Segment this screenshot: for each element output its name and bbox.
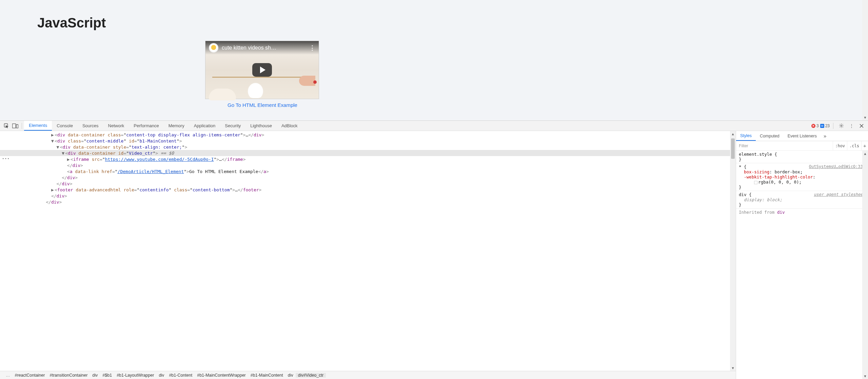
- scroll-down-icon[interactable]: ▼: [862, 115, 868, 120]
- breadcrumb-item-selected[interactable]: div#Video_ctr: [296, 373, 326, 378]
- styles-body[interactable]: element.style { } OutSystemsU…odSWicQ:33…: [736, 151, 868, 379]
- breadcrumb: … #reactContainer #transitionContainer d…: [0, 371, 736, 379]
- video-title[interactable]: cute kitten videos sh…: [222, 45, 306, 51]
- dom-node[interactable]: ▶<footer data-advancedhtml role="content…: [0, 187, 736, 193]
- close-icon[interactable]: [857, 121, 866, 130]
- breadcrumb-item[interactable]: #b1-MainContent: [248, 373, 285, 378]
- dom-node[interactable]: </div>: [0, 181, 736, 187]
- breadcrumb-item[interactable]: #b1-LayoutWrapper: [114, 373, 156, 378]
- tab-computed[interactable]: Computed: [756, 131, 784, 141]
- scrollbar-thumb[interactable]: [731, 138, 735, 159]
- divider: [833, 123, 833, 129]
- value[interactable]: rgba(0, 0, 0, 0): [758, 179, 799, 185]
- add-rule-button[interactable]: +: [861, 141, 868, 150]
- message-count[interactable]: ✉ 23: [820, 124, 830, 128]
- rule-source[interactable]: OutSystemsU…odSWicQ:332: [809, 164, 865, 169]
- devtools-tab-bar: Elements Console Sources Network Perform…: [0, 121, 868, 131]
- decorative-shape: [313, 80, 317, 84]
- tab-sources[interactable]: Sources: [78, 121, 103, 131]
- error-count[interactable]: ✕ 3: [811, 124, 819, 128]
- styles-filter-row: :hov .cls +: [736, 141, 868, 151]
- avatar[interactable]: [209, 43, 218, 53]
- dom-node[interactable]: </div>: [0, 199, 736, 205]
- dom-node[interactable]: ▶<div data-container class="content-top …: [0, 132, 736, 138]
- demo-link[interactable]: Go To HTML Element Example: [228, 102, 297, 108]
- tab-adblock[interactable]: AdBlock: [277, 121, 302, 131]
- color-swatch[interactable]: [754, 181, 757, 184]
- value[interactable]: border-box: [774, 169, 800, 174]
- tab-event-listeners[interactable]: Event Listeners: [784, 131, 821, 141]
- svg-rect-2: [16, 125, 18, 128]
- dom-tree[interactable]: ••• ▶<div data-container class="content-…: [0, 131, 736, 371]
- overflow-indicator[interactable]: •••: [2, 156, 10, 161]
- style-rule[interactable]: OutSystemsU…odSWicQ:332 * { box-sizing: …: [736, 163, 868, 191]
- selector: div {: [739, 192, 752, 197]
- scroll-down-icon[interactable]: ▼: [730, 365, 736, 371]
- hov-toggle[interactable]: :hov: [833, 141, 847, 150]
- play-button[interactable]: [252, 63, 272, 77]
- scroll-down-icon[interactable]: ▼: [862, 373, 868, 379]
- decorative-shape: [246, 81, 265, 98]
- video-embed[interactable]: cute kitten videos sh… ⋮: [205, 41, 319, 99]
- property[interactable]: box-sizing: [744, 169, 769, 174]
- breadcrumb-item[interactable]: div: [90, 373, 100, 378]
- tab-application[interactable]: Application: [189, 121, 220, 131]
- scroll-up-icon[interactable]: ▲: [862, 151, 868, 156]
- dom-node[interactable]: <a data-link href="/DemoArticle/HTML_Ele…: [0, 168, 736, 174]
- dom-node[interactable]: ▶<iframe src="https://www.youtube.com/em…: [0, 156, 736, 162]
- style-rule[interactable]: user agent stylesheet div { display: blo…: [736, 191, 868, 209]
- breadcrumb-overflow[interactable]: …: [3, 373, 13, 378]
- page-scrollbar[interactable]: ▼: [862, 0, 868, 120]
- scroll-up-icon[interactable]: ▲: [730, 131, 736, 137]
- more-tabs-icon[interactable]: »: [821, 133, 829, 139]
- rule-source: user agent stylesheet: [814, 192, 865, 197]
- tab-security[interactable]: Security: [220, 121, 245, 131]
- dom-node[interactable]: ▼<div data-container style="text-align: …: [0, 144, 736, 150]
- tab-network[interactable]: Network: [103, 121, 129, 131]
- property[interactable]: display: [744, 197, 762, 202]
- page-title: JavaScript: [37, 15, 106, 31]
- breadcrumb-item[interactable]: #b1-MainContentWrapper: [195, 373, 248, 378]
- device-toolbar-icon[interactable]: [11, 121, 20, 130]
- dom-node[interactable]: ▼<div class="content-middle" id="b1-Main…: [0, 138, 736, 144]
- tab-styles[interactable]: Styles: [736, 131, 756, 141]
- error-icon: ✕: [811, 124, 815, 128]
- breadcrumb-item[interactable]: #b1-Content: [166, 373, 195, 378]
- play-icon: [260, 67, 265, 73]
- tab-lighthouse[interactable]: Lighthouse: [245, 121, 277, 131]
- tab-console[interactable]: Console: [52, 121, 78, 131]
- inherited-from[interactable]: Inherited from div: [736, 209, 868, 216]
- selector: element.style {: [739, 152, 777, 157]
- dom-node[interactable]: </div>: [0, 162, 736, 168]
- value[interactable]: block: [767, 197, 780, 202]
- styles-scrollbar[interactable]: ▲ ▼: [862, 151, 868, 379]
- breadcrumb-item[interactable]: #reactContainer: [13, 373, 47, 378]
- cls-toggle[interactable]: .cls: [847, 141, 861, 150]
- dom-node-selected[interactable]: ▼<div data-container id="Video_ctr"> == …: [0, 150, 736, 156]
- tab-memory[interactable]: Memory: [164, 121, 189, 131]
- property[interactable]: -webkit-tap-highlight-color: [744, 174, 813, 179]
- tab-elements[interactable]: Elements: [24, 121, 52, 131]
- dom-node[interactable]: </div>: [0, 193, 736, 199]
- style-rule[interactable]: element.style { }: [736, 151, 868, 163]
- video-thumbnail: cute kitten videos sh… ⋮: [205, 41, 319, 99]
- breadcrumb-item[interactable]: #transitionContainer: [47, 373, 90, 378]
- breadcrumb-item[interactable]: #$b1: [100, 373, 114, 378]
- brace: }: [739, 202, 742, 207]
- kebab-menu-icon[interactable]: ⋮: [847, 121, 856, 130]
- gear-icon[interactable]: [837, 121, 846, 130]
- message-count-value: 23: [825, 124, 830, 128]
- dom-node[interactable]: </div>: [0, 174, 736, 181]
- decorative-shape: [299, 76, 315, 86]
- kebab-menu-icon[interactable]: ⋮: [309, 44, 315, 52]
- inspect-element-icon[interactable]: [2, 121, 11, 130]
- decorative-shape: [212, 77, 305, 78]
- breadcrumb-item[interactable]: div: [156, 373, 166, 378]
- breadcrumb-item[interactable]: div: [285, 373, 296, 378]
- selector: * {: [739, 164, 747, 169]
- filter-input[interactable]: [736, 144, 833, 148]
- tab-performance[interactable]: Performance: [129, 121, 163, 131]
- dom-scrollbar[interactable]: ▲ ▼: [730, 131, 736, 371]
- video-header: cute kitten videos sh… ⋮: [205, 41, 319, 55]
- styles-tab-bar: Styles Computed Event Listeners »: [736, 131, 868, 141]
